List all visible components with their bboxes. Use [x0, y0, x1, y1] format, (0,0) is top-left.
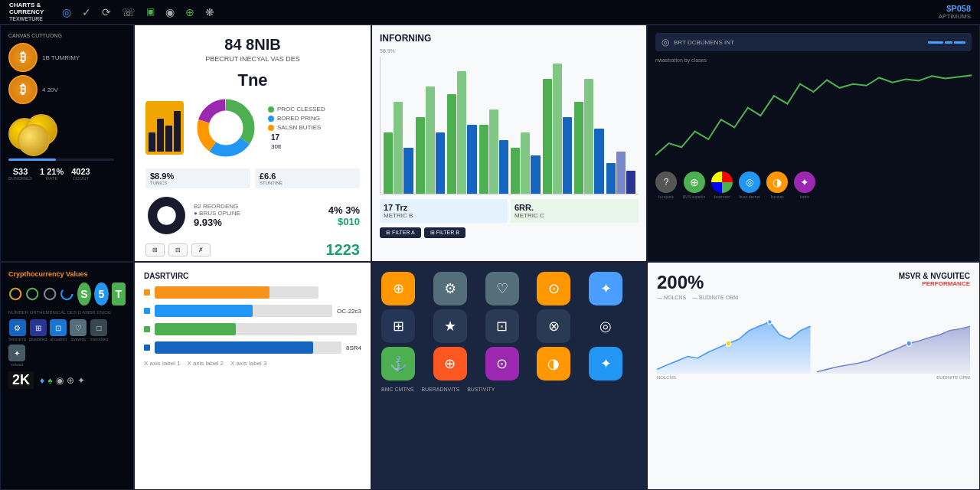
gold-coins — [8, 110, 70, 152]
app-tile-6[interactable]: ⊞ — [381, 309, 415, 343]
crypto-label-1: 1B TUMRIMY — [42, 54, 80, 61]
ring-green — [25, 283, 39, 305]
nav-icon-1[interactable]: ◎ — [62, 6, 71, 18]
app-icon-mono[interactable]: □monodrect — [90, 319, 108, 341]
info-bar-row-3 — [144, 323, 361, 335]
chart4-subtitle: PERFORMANCE — [899, 280, 970, 287]
top-bar-right: $P058 APTIMUMS — [939, 4, 971, 20]
nav-icon-3[interactable]: ⟳ — [102, 6, 111, 18]
nav-icons-panel4: ? b.inquels ⊕ BUS.soperlin bustreetc ◎ b… — [655, 172, 972, 199]
letter-s: S — [77, 283, 91, 305]
svg-point-4 — [214, 116, 237, 139]
infographic-title: DASRTVIRC — [144, 272, 361, 280]
panel-crypto-left: CANVAS CUTTUONG ₿ 1B TUMRIMY ₿ 4 20V S33… — [0, 24, 134, 262]
app-grid-label-3: BUSTIVITY — [467, 387, 495, 392]
logo-2k: 2K — [8, 371, 34, 389]
app-grid-label-2: BUERADNVITS — [421, 387, 459, 392]
info-bar-row-1 — [144, 286, 361, 299]
crypto-label-2: 4 20V — [42, 87, 58, 93]
letter-t: T — [112, 283, 126, 305]
number-5: 5 — [94, 283, 108, 305]
ring-orange — [8, 283, 22, 305]
panel-app-grid: ⊕ ⚙ ♡ ⊙ ✦ ⊞ ★ ⊡ ⊗ ◎ ⚓ ⊕ ⊙ ◑ ✦ BMC CMTNS … — [371, 262, 647, 490]
panel1-header: CANVAS CUTTUONG — [8, 33, 126, 38]
nav-icon-help[interactable]: ? b.inquels — [655, 172, 677, 199]
app-icon-service[interactable]: ⚙Service ns — [8, 319, 26, 341]
nav-icon-activity[interactable]: ◑ buswes — [766, 172, 788, 199]
area-chart-2 — [817, 305, 971, 374]
app-tile-12[interactable]: ⊕ — [433, 347, 467, 381]
bitcoin-icon-1: ₿ — [8, 43, 38, 72]
svg-marker-14 — [657, 322, 811, 374]
chart4-title: MSVR & NVGUITEC — [899, 272, 970, 280]
nav-icon-2[interactable]: ✓ — [82, 6, 91, 18]
app-tile-10[interactable]: ◎ — [589, 309, 622, 343]
panel-bar-chart: INFORNING 58.9% 17 Trz METRIC B 6RR. MET… — [371, 24, 647, 262]
nav-icon-star[interactable]: ✦ bstriv — [794, 172, 815, 199]
panel-white-dashboard: 84 8NIB PBECRUT INECYAL VAS DES Tne — [134, 24, 371, 262]
nav-icon-6[interactable]: ◉ — [165, 6, 175, 18]
area-chart-1 — [657, 305, 811, 374]
nav-icon-network[interactable]: ◎ busn.decnet — [739, 172, 760, 199]
app-tile-3[interactable]: ♡ — [485, 272, 519, 305]
app-icon-love[interactable]: ♡loveverty — [70, 319, 87, 341]
panel2-title: 84 8NIB — [145, 36, 360, 54]
top-nav-icons: ◎ ✓ ⟳ ☏ ▣ ◉ ⊕ ❋ — [62, 6, 214, 18]
nav-icon-8[interactable]: ❋ — [205, 6, 214, 18]
app-tile-4[interactable]: ⊙ — [537, 272, 570, 305]
panel4-header: BRT DCBUMENS INT — [674, 39, 734, 46]
app-tile-9[interactable]: ⊗ — [537, 309, 570, 343]
main-bar-chart — [380, 57, 639, 194]
svg-point-13 — [61, 289, 72, 299]
panel3-title: INFORNING — [380, 33, 639, 44]
app-grid-label-1: BMC CMTNS — [381, 387, 413, 392]
action-btn-2[interactable]: ⊟ — [168, 243, 188, 256]
line-chart-panel4 — [655, 66, 972, 165]
svg-point-7 — [159, 208, 173, 222]
action-btn-1[interactable]: ⊞ — [145, 243, 165, 256]
app-tile-5[interactable]: ✦ — [589, 272, 622, 305]
panel2-subtitle: PBECRUT INECYAL VAS DES — [145, 55, 360, 63]
app-tile-14[interactable]: ◑ — [537, 347, 570, 381]
panel-line-charts: 200% — NOLCNS — BUDINITE ORM MSVR & NVGU… — [647, 262, 980, 490]
panel-right-dark: ◎ BRT DCBUMENS INT nwastration by clases… — [647, 24, 980, 262]
nav-icon-plus[interactable]: ⊕ BUS.soperlin — [683, 172, 705, 199]
top-bar: CHARTS & CURRENCY TEXWETURE ◎ ✓ ⟳ ☏ ▣ ◉ … — [0, 0, 980, 24]
brand-text: CHARTS & CURRENCY TEXWETURE — [9, 2, 44, 23]
app-icon-detect[interactable]: ⊞bluedetect — [29, 319, 47, 341]
tne-label: Tne — [145, 70, 360, 90]
svg-point-12 — [44, 289, 55, 299]
panel-infographic: DASRTVIRC OC-22c3 — [134, 262, 371, 490]
final-number: 1223 — [326, 241, 361, 259]
nav-icon-5[interactable]: ▣ — [146, 6, 155, 18]
app-tile-11[interactable]: ⚓ — [381, 347, 415, 381]
ring-gray — [43, 283, 57, 305]
app-tile-15[interactable]: ✦ — [589, 347, 622, 381]
app-tile-13[interactable]: ⊙ — [485, 347, 519, 381]
ring-blue — [60, 283, 74, 305]
svg-point-18 — [906, 341, 911, 346]
app-tile-7[interactable]: ★ — [433, 309, 467, 343]
nav-icon-4[interactable]: ☏ — [122, 6, 136, 18]
svg-point-15 — [726, 341, 730, 346]
nav-icon-7[interactable]: ⊕ — [185, 6, 194, 18]
app-icon-road[interactable]: ⊡alroadinct — [50, 319, 67, 341]
app-icon-star[interactable]: ✦strivact — [8, 345, 25, 367]
action-btn-3[interactable]: ✗ — [191, 243, 211, 256]
donut-chart-2 — [145, 194, 188, 237]
legend-label-1: NOLCNS — [657, 375, 676, 380]
donut-chart-1 — [191, 93, 260, 162]
nav-icon-chrome[interactable]: bustreetc — [711, 172, 733, 199]
info-bar-row-2: OC-22c3 — [144, 305, 361, 317]
app-tile-2[interactable]: ⚙ — [433, 272, 467, 305]
search-icon: ◎ — [662, 37, 669, 47]
info-bar-row-4: 8SR4 — [144, 341, 361, 354]
bitcoin-icon-2: ₿ — [8, 75, 38, 104]
app-tile-1[interactable]: ⊕ — [381, 272, 415, 305]
app-icons-row: ⚙Service ns ⊞bluedetect ⊡alroadinct ♡lov… — [8, 319, 126, 367]
legend-label-2: BUDINITE ORM — [936, 375, 970, 380]
filter-btn-2[interactable]: ⊞ FILTER B — [424, 227, 466, 238]
filter-btn-1[interactable]: ⊞ FILTER A — [380, 227, 421, 238]
progress-bar — [8, 158, 114, 161]
app-tile-8[interactable]: ⊡ — [485, 309, 519, 343]
